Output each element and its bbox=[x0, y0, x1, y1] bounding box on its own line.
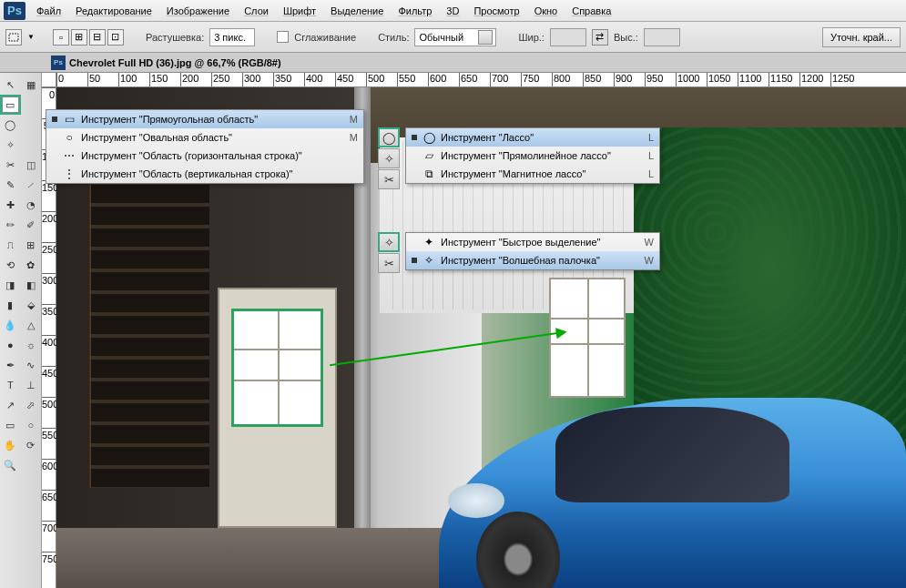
tool-rect[interactable]: ▭ bbox=[0, 415, 21, 435]
active-tool-icon[interactable] bbox=[5, 29, 22, 46]
lasso-icon: ◯ bbox=[422, 131, 435, 144]
menu-view[interactable]: Просмотр bbox=[466, 3, 526, 19]
feather-label: Растушевка: bbox=[146, 32, 204, 43]
mini-crop[interactable]: ✂ bbox=[378, 169, 400, 189]
bullet-icon bbox=[52, 135, 57, 140]
flyout-label: Инструмент "Быстрое выделение" bbox=[441, 237, 639, 248]
flyout-item-quick-select[interactable]: ✦ Инструмент "Быстрое выделение" W bbox=[406, 233, 659, 251]
feather-input[interactable]: 3 пикс. bbox=[209, 28, 255, 46]
tool-pen[interactable]: ✒ bbox=[0, 355, 21, 375]
tool-ruler[interactable]: ⟋ bbox=[21, 175, 42, 195]
bullet-icon bbox=[412, 135, 417, 140]
mini-wand[interactable]: ✧ bbox=[378, 148, 400, 168]
tool-blank1 bbox=[21, 95, 41, 115]
menu-help[interactable]: Справка bbox=[565, 3, 618, 19]
menu-window[interactable]: Окно bbox=[527, 3, 565, 19]
tool-text[interactable]: T bbox=[0, 375, 21, 395]
tool-bg-eraser[interactable]: ◧ bbox=[21, 275, 42, 295]
ruler-tick: 200 bbox=[180, 73, 211, 86]
tool-burn[interactable]: ☼ bbox=[21, 335, 42, 355]
selection-subtract-icon[interactable]: ⊟ bbox=[89, 29, 106, 46]
ruler-tick: 100 bbox=[118, 73, 149, 86]
lasso-flyout: ◯ Инструмент "Лассо" L ▱ Инструмент "Пря… bbox=[405, 127, 660, 184]
mini-wand2[interactable]: ✧ bbox=[378, 232, 400, 252]
tool-sharpen[interactable]: △ bbox=[21, 315, 42, 335]
tool-history[interactable]: ⟲ bbox=[0, 255, 21, 275]
mini-lasso[interactable]: ◯ bbox=[378, 127, 400, 147]
flyout-item-magnetic-lasso[interactable]: ⧉ Инструмент "Магнитное лассо" L bbox=[406, 165, 659, 183]
menu-3d[interactable]: 3D bbox=[439, 3, 466, 19]
ruler-tick: 500 bbox=[42, 397, 56, 428]
tool-patch[interactable]: ◔ bbox=[21, 195, 42, 215]
tool-art[interactable]: ✿ bbox=[21, 255, 42, 275]
menu-edit[interactable]: Редактирование bbox=[68, 3, 159, 19]
dropdown-icon[interactable]: ▼ bbox=[27, 33, 35, 41]
flyout-item-ellipse-marquee[interactable]: ○ Инструмент "Овальная область" M bbox=[46, 128, 363, 147]
tool-wand[interactable]: ✧ bbox=[0, 135, 21, 155]
tool-stamp[interactable]: ⎍ bbox=[0, 235, 21, 255]
tool-lasso[interactable]: ◯ bbox=[0, 115, 21, 135]
tool-brush[interactable]: ✏ bbox=[0, 215, 21, 235]
swap-dimensions-icon[interactable]: ⇄ bbox=[592, 29, 608, 46]
ruler-tick: 600 bbox=[428, 73, 459, 86]
menu-type[interactable]: Шрифт bbox=[276, 3, 323, 19]
tool-path[interactable]: ↗ bbox=[0, 395, 21, 415]
selection-add-icon[interactable]: ⊞ bbox=[71, 29, 87, 46]
ruler-tick: 700 bbox=[490, 73, 521, 86]
tool-marquee[interactable]: ▭ bbox=[0, 95, 21, 115]
menu-file[interactable]: Файл bbox=[29, 3, 68, 19]
antialias-checkbox[interactable] bbox=[277, 31, 289, 43]
ruler-tick: 650 bbox=[42, 490, 56, 521]
tool-blur[interactable]: 💧 bbox=[0, 315, 21, 335]
flyout-item-poly-lasso[interactable]: ▱ Инструмент "Прямолинейное лассо" L bbox=[406, 147, 659, 165]
tool-bucket[interactable]: ⬙ bbox=[21, 295, 42, 315]
width-input[interactable] bbox=[550, 28, 586, 46]
tool-heal[interactable]: ✚ bbox=[0, 195, 21, 215]
flyout-label: Инструмент "Волшебная палочка" bbox=[441, 255, 639, 266]
selection-intersect-icon[interactable]: ⊡ bbox=[107, 29, 124, 46]
lasso-tool-column: ◯ ✧ ✂ bbox=[378, 127, 400, 190]
flyout-shortcut: L bbox=[648, 168, 654, 179]
flyout-item-row-marquee[interactable]: ⋯ Инструмент "Область (горизонтальная ст… bbox=[46, 147, 363, 165]
magnetic-lasso-icon: ⧉ bbox=[422, 167, 435, 180]
tool-dodge[interactable]: ● bbox=[0, 335, 21, 355]
tool-hand[interactable]: ✋ bbox=[0, 435, 21, 455]
bullet-icon bbox=[412, 171, 417, 177]
flyout-item-rect-marquee[interactable]: ▭ Инструмент "Прямоугольная область" M bbox=[46, 110, 363, 128]
selection-new-icon[interactable]: ▫ bbox=[53, 29, 69, 46]
ruler-tick: 1250 bbox=[830, 73, 861, 86]
flyout-item-col-marquee[interactable]: ⋮ Инструмент "Область (вертикальная стро… bbox=[46, 165, 363, 183]
tool-pattern[interactable]: ⊞ bbox=[21, 235, 42, 255]
document-tab[interactable]: Ps Chevrolet Full HD (36).jpg @ 66,7% (R… bbox=[0, 53, 906, 73]
menu-image[interactable]: Изображение bbox=[159, 3, 237, 19]
ruler-tick: 900 bbox=[614, 73, 645, 86]
tool-crop[interactable]: ✂ bbox=[0, 155, 21, 175]
tool-freeform[interactable]: ∿ bbox=[21, 355, 42, 375]
horizontal-ruler[interactable]: 0 50 100 150 200 250 300 350 400 450 500… bbox=[42, 73, 906, 87]
menu-layers[interactable]: Слои bbox=[237, 3, 276, 19]
selection-mode-group: ▫ ⊞ ⊟ ⊡ bbox=[53, 29, 124, 46]
tool-ellipse[interactable]: ○ bbox=[21, 415, 42, 435]
tool-move[interactable]: ↖ bbox=[0, 75, 21, 95]
tool-artboard[interactable]: ▦ bbox=[21, 75, 42, 95]
tool-gradient[interactable]: ▮ bbox=[0, 295, 21, 315]
tool-vtext[interactable]: ⊥ bbox=[21, 375, 42, 395]
tool-rotate[interactable]: ⟳ bbox=[21, 435, 42, 455]
tool-pencil[interactable]: ✐ bbox=[21, 215, 42, 235]
style-select[interactable]: Обычный bbox=[414, 28, 496, 46]
flyout-item-lasso[interactable]: ◯ Инструмент "Лассо" L bbox=[406, 128, 659, 147]
mini-crop2[interactable]: ✂ bbox=[378, 253, 400, 273]
tool-slice[interactable]: ◫ bbox=[21, 155, 42, 175]
height-input[interactable] bbox=[644, 28, 680, 46]
flyout-item-magic-wand[interactable]: ✧ Инструмент "Волшебная палочка" W bbox=[406, 251, 659, 269]
bullet-icon bbox=[412, 239, 417, 245]
options-bar: ▼ ▫ ⊞ ⊟ ⊡ Растушевка: 3 пикс. Сглаживани… bbox=[0, 22, 906, 53]
refine-edge-button[interactable]: Уточн. край... bbox=[822, 27, 901, 47]
menu-filter[interactable]: Фильтр bbox=[391, 3, 439, 19]
menu-select[interactable]: Выделение bbox=[323, 3, 391, 19]
tool-eyedropper[interactable]: ✎ bbox=[0, 175, 21, 195]
flyout-label: Инструмент "Лассо" bbox=[441, 132, 643, 143]
tool-zoom[interactable]: 🔍 bbox=[0, 455, 21, 475]
tool-eraser[interactable]: ◨ bbox=[0, 275, 21, 295]
tool-direct[interactable]: ⬀ bbox=[21, 395, 42, 415]
